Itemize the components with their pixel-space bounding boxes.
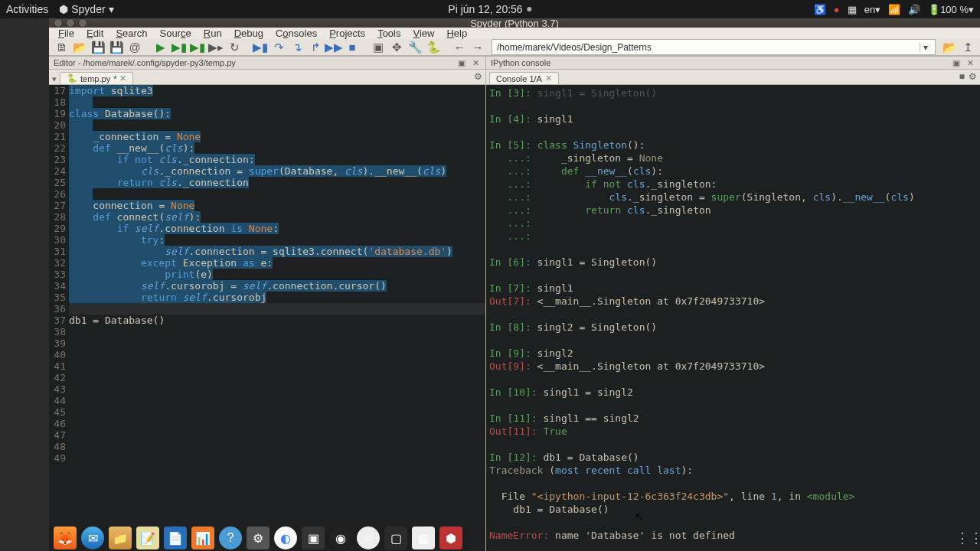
prompt: In [8]: [489, 321, 531, 333]
save-file-icon[interactable]: 💾 [90, 40, 106, 55]
dock-spyder[interactable]: ⬢ [439, 527, 462, 549]
parent-dir-icon[interactable]: ↥ [960, 40, 975, 55]
dock-chrome[interactable]: ◐ [274, 527, 297, 549]
fullscreen-icon[interactable]: ✥ [389, 40, 404, 55]
menu-projects[interactable]: Projects [323, 28, 371, 39]
debug-button[interactable]: ▶▮ [253, 40, 268, 55]
dock-thunderbird[interactable]: ✉ [81, 527, 104, 549]
print-icon[interactable]: @ [127, 40, 142, 55]
menu-help[interactable]: Help [440, 28, 473, 39]
window-min-button[interactable] [66, 18, 75, 28]
menu-tools[interactable]: Tools [371, 28, 407, 39]
clock-text: Pi jún 12, 20:56 [448, 3, 522, 15]
out-prompt: Out[11]: [489, 425, 537, 437]
dock-notes[interactable]: 📝 [136, 527, 159, 549]
run-cell-button[interactable]: ▶▮ [172, 40, 187, 55]
forward-button[interactable]: → [470, 40, 485, 55]
open-file-icon[interactable]: 📂 [72, 40, 87, 55]
record-icon[interactable]: ● [834, 4, 840, 15]
dock-files[interactable]: 📁 [109, 527, 132, 549]
menu-consoles[interactable]: Consoles [270, 28, 323, 39]
working-dir-text: /home/marek/Videos/Design_Patterns [497, 42, 652, 53]
window-titlebar[interactable]: Spyder (Python 3.7) [49, 18, 980, 28]
run-cell-advance-button[interactable]: ▶▮ [190, 40, 205, 55]
prompt: In [3]: [489, 87, 531, 99]
rerun-button[interactable]: ↻ [227, 40, 242, 55]
menu-view[interactable]: View [407, 28, 440, 39]
clock[interactable]: Pi jún 12, 20:56 [448, 3, 531, 15]
menu-run[interactable]: Run [198, 28, 228, 39]
run-selection-button[interactable]: ▶▸ [208, 40, 224, 55]
menu-edit[interactable]: Edit [80, 28, 109, 39]
continue-button[interactable]: ▶▶ [326, 40, 341, 55]
dock-app1[interactable]: ▣ [302, 527, 325, 549]
notification-dot-icon [528, 7, 532, 11]
gear-icon[interactable]: ⚙ [969, 71, 977, 82]
pane-close-icon[interactable]: ✕ [470, 57, 481, 68]
calendar-icon[interactable]: ▦ [848, 4, 857, 15]
close-icon[interactable]: ✕ [119, 73, 126, 83]
dock-obs[interactable]: ◉ [329, 527, 352, 549]
activities-button[interactable]: Activities [6, 3, 48, 15]
prompt: In [12]: [489, 452, 537, 463]
menu-debug[interactable]: Debug [228, 28, 270, 39]
gear-icon[interactable]: ⚙ [474, 71, 482, 82]
window-max-button[interactable] [78, 18, 87, 28]
editor-header-text: Editor - /home/marek/.config/spyder-py3/… [54, 58, 236, 67]
run-button[interactable]: ▶ [153, 40, 168, 55]
console-header-text: IPython console [491, 58, 550, 67]
working-dir-input[interactable]: /home/marek/Videos/Design_Patterns ▾ [492, 39, 936, 55]
dock-help[interactable]: ? [219, 527, 242, 549]
step-in-button[interactable]: ↴ [289, 40, 305, 55]
app-menu[interactable]: ⬢ Spyder ▾ [59, 3, 113, 15]
console-pane: IPython console ▣ ✕ Console 1/A ✕ ⚙ ■ In… [485, 56, 980, 551]
dock-writer[interactable]: 📄 [164, 527, 187, 549]
maximize-pane-icon[interactable]: ▣ [371, 40, 386, 55]
prompt: In [5]: [489, 139, 531, 151]
editor-tab-temp[interactable]: 🐍 temp.py * ✕ [60, 72, 133, 84]
window-title: Spyder (Python 3.7) [470, 18, 559, 29]
lang-indicator[interactable]: en ▾ [864, 4, 880, 15]
pane-options-icon[interactable]: ▣ [456, 57, 467, 68]
back-button[interactable]: ← [452, 40, 467, 55]
menu-search[interactable]: Search [109, 28, 153, 39]
menu-file[interactable]: File [52, 28, 80, 39]
save-all-icon[interactable]: 💾 [109, 40, 124, 55]
app-name: Spyder [71, 3, 105, 15]
code-editor[interactable]: 17import sqlite318 19class Database():20… [49, 85, 485, 551]
browse-dir-icon[interactable]: 📂 [942, 40, 957, 55]
prompt: In [6]: [489, 256, 531, 268]
stop-kernel-icon[interactable]: ■ [959, 71, 965, 82]
step-out-button[interactable]: ↱ [308, 40, 323, 55]
dock-app3[interactable]: ▦ [412, 527, 435, 549]
show-apps-icon[interactable]: ⋮⋮⋮ [956, 530, 972, 546]
window-close-button[interactable] [54, 18, 63, 28]
tab-list-icon[interactable]: ▾ [52, 74, 57, 84]
close-icon[interactable]: ✕ [545, 73, 552, 83]
console-tab[interactable]: Console 1/A ✕ [489, 72, 559, 84]
stop-button[interactable]: ■ [345, 40, 360, 55]
pane-close-icon[interactable]: ✕ [965, 57, 975, 68]
step-over-button[interactable]: ↷ [271, 40, 286, 55]
ipython-console[interactable]: In [3]: singl1 = Singleton() In [4]: sin… [486, 85, 980, 551]
out-prompt: Out[7]: [489, 295, 531, 307]
out-prompt: Out[9]: [489, 360, 531, 372]
dock-firefox[interactable]: 🦊 [54, 527, 77, 549]
new-file-icon[interactable]: 🗎 [54, 40, 69, 55]
dock-app2[interactable]: ○ [357, 527, 380, 549]
python-path-icon[interactable]: 🐍 [426, 40, 441, 55]
wifi-icon[interactable]: 📶 [888, 4, 900, 15]
chevron-down-icon[interactable]: ▾ [920, 42, 930, 53]
dock-settings[interactable]: ⚙ [247, 527, 270, 549]
dock-terminal[interactable]: ▢ [384, 527, 407, 549]
pane-options-icon[interactable]: ▣ [951, 57, 962, 68]
console-tab-label: Console 1/A [496, 74, 542, 83]
accessibility-icon[interactable]: ♿ [814, 4, 826, 15]
editor-pane: Editor - /home/marek/.config/spyder-py3/… [49, 56, 485, 551]
prefs-icon[interactable]: 🔧 [407, 40, 423, 55]
main-toolbar: 🗎 📂 💾 💾 @ ▶ ▶▮ ▶▮ ▶▸ ↻ ▶▮ ↷ ↴ ↱ ▶▶ ■ ▣ ✥… [49, 39, 980, 56]
dock-impress[interactable]: 📊 [191, 527, 214, 549]
volume-icon[interactable]: 🔊 [908, 4, 920, 15]
battery-icon[interactable]: 🔋 100 % ▾ [928, 4, 974, 15]
menu-source[interactable]: Source [154, 28, 198, 39]
